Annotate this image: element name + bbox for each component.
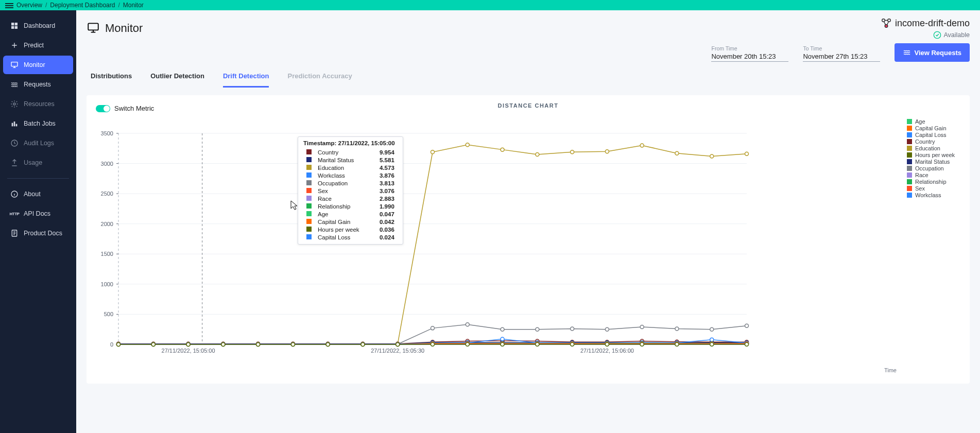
svg-point-269 (710, 342, 714, 346)
legend-item[interactable]: Marital Status (907, 159, 964, 165)
sidebar-item-predict[interactable]: Predict (3, 36, 73, 55)
sidebar-item-label: API Docs (24, 210, 50, 217)
tooltip-row: Education4.573 (303, 164, 398, 171)
svg-point-254 (186, 343, 190, 347)
sidebar: DashboardPredictMonitorRequestsResources… (0, 10, 76, 433)
svg-text:500: 500 (104, 311, 113, 317)
legend-item[interactable]: Age (907, 118, 964, 125)
svg-rect-7 (14, 122, 15, 126)
sidebar-item-product-docs[interactable]: Product Docs (3, 224, 73, 243)
sidebar-divider (7, 178, 69, 179)
view-requests-button[interactable]: View Requests (895, 43, 970, 62)
svg-point-149 (501, 337, 504, 341)
legend-item[interactable]: Capital Loss (907, 132, 964, 138)
svg-point-56 (571, 150, 574, 154)
sidebar-item-usage[interactable]: Usage (3, 153, 73, 172)
sidebar-item-api-docs[interactable]: HTTPAPI Docs (3, 204, 73, 223)
breadcrumb-overview[interactable]: Overview (16, 2, 42, 9)
legend-item[interactable]: Hours per week (907, 152, 964, 158)
svg-text:3000: 3000 (101, 161, 113, 167)
svg-point-270 (745, 342, 749, 346)
main-content: Monitor income-drift-demo Available From… (76, 10, 980, 433)
svg-text:2000: 2000 (101, 221, 113, 227)
svg-text:0: 0 (110, 341, 113, 348)
breadcrumb: Overview / Deployment Dashboard / Monito… (16, 2, 144, 9)
sidebar-item-about[interactable]: About (3, 185, 73, 203)
distance-chart[interactable]: 050010001500200025003000350027/11/2022, … (93, 118, 902, 365)
svg-text:2500: 2500 (101, 190, 113, 197)
svg-point-262 (466, 342, 469, 346)
sidebar-item-label: Usage (24, 159, 42, 166)
sidebar-item-monitor[interactable]: Monitor (3, 56, 73, 74)
to-time-label: To Time (803, 45, 880, 51)
svg-rect-0 (11, 23, 14, 25)
svg-point-14 (888, 19, 891, 22)
tooltip-row: Workclass3.876 (303, 171, 398, 179)
deployment-name: income-drift-demo (881, 18, 970, 29)
sidebar-item-dashboard[interactable]: Dashboard (3, 16, 73, 35)
info-icon (10, 190, 19, 198)
status-label: Available (943, 31, 970, 39)
svg-text:27/11/2022, 15:06:00: 27/11/2022, 15:06:00 (580, 348, 634, 354)
legend-item[interactable]: Country (907, 138, 964, 145)
tab-outlier-detection[interactable]: Outlier Detection (150, 72, 204, 88)
upload-icon (10, 159, 19, 167)
chart-card: DISTANCE CHART Switch Metric 05001000150… (87, 95, 970, 384)
svg-point-265 (571, 342, 574, 346)
svg-point-78 (675, 327, 679, 331)
svg-point-253 (151, 343, 155, 347)
tooltip-row: Race2.883 (303, 195, 398, 202)
svg-point-264 (536, 342, 539, 346)
tooltip-row: Capital Loss0.024 (303, 233, 398, 241)
svg-point-267 (640, 342, 644, 346)
legend-item[interactable]: Race (907, 172, 964, 178)
legend-item[interactable]: Capital Gain (907, 125, 964, 131)
tab-distributions[interactable]: Distributions (91, 72, 132, 88)
switch-metric-toggle[interactable] (96, 105, 110, 112)
bars-icon (10, 119, 19, 128)
pipeline-icon (881, 18, 892, 29)
svg-point-155 (710, 338, 714, 341)
from-time-value[interactable]: November 20th 15:23 (711, 53, 788, 62)
sidebar-item-resources[interactable]: Resources (3, 95, 73, 113)
legend-item[interactable]: Workclass (907, 192, 964, 198)
sidebar-item-label: Product Docs (24, 230, 62, 237)
svg-point-252 (117, 343, 121, 347)
sidebar-item-requests[interactable]: Requests (3, 75, 73, 94)
svg-point-79 (710, 327, 714, 331)
legend-item[interactable]: Sex (907, 185, 964, 192)
to-time-field[interactable]: To Time November 27th 15:23 (803, 45, 880, 62)
sidebar-item-audit-logs[interactable]: Audit Logs (3, 134, 73, 152)
tooltip-row: Hours per week0.036 (303, 226, 398, 233)
monitor-tabs: DistributionsOutlier DetectionDrift Dete… (76, 62, 980, 88)
monitor-icon (87, 21, 100, 36)
to-time-value[interactable]: November 27th 15:23 (803, 53, 880, 62)
svg-point-259 (361, 343, 365, 347)
svg-point-263 (501, 342, 504, 346)
legend-item[interactable]: Education (907, 145, 964, 151)
chart-title: DISTANCE CHART (93, 102, 964, 109)
svg-point-55 (536, 153, 539, 157)
gear-icon (10, 100, 19, 108)
plus-icon (10, 41, 19, 49)
svg-point-71 (431, 326, 435, 330)
svg-point-80 (745, 324, 749, 327)
menu-icon[interactable] (5, 2, 13, 8)
monitor-icon (10, 61, 19, 69)
legend-item[interactable]: Relationship (907, 179, 964, 185)
svg-point-5 (13, 103, 15, 105)
tooltip-row: Relationship1.990 (303, 202, 398, 210)
sidebar-item-batch-jobs[interactable]: Batch Jobs (3, 114, 73, 133)
breadcrumb-monitor[interactable]: Monitor (123, 2, 144, 9)
sidebar-item-label: Audit Logs (24, 140, 54, 147)
svg-point-261 (431, 342, 435, 346)
svg-point-54 (501, 148, 504, 151)
from-time-field[interactable]: From Time November 20th 15:23 (711, 45, 788, 62)
tab-prediction-accuracy[interactable]: Prediction Accuracy (287, 72, 352, 88)
sidebar-item-label: Monitor (24, 61, 45, 68)
legend-item[interactable]: Occupation (907, 165, 964, 171)
breadcrumb-dashboard[interactable]: Deployment Dashboard (50, 2, 115, 9)
tab-drift-detection[interactable]: Drift Detection (223, 72, 269, 88)
sidebar-item-label: Predict (24, 42, 44, 49)
svg-point-59 (675, 151, 679, 155)
